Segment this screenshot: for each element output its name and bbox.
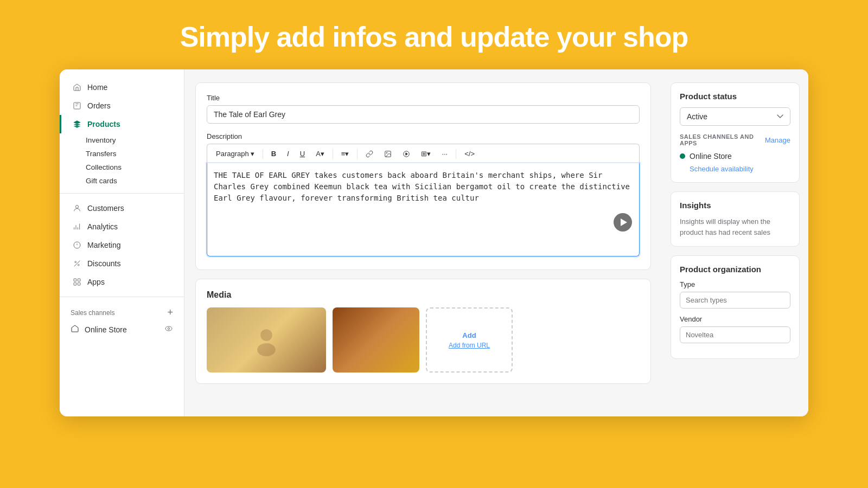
bold-button[interactable]: B: [267, 147, 280, 160]
sidebar-item-marketing[interactable]: Marketing: [60, 236, 184, 254]
sales-channels-section: Sales channels +: [60, 303, 184, 320]
media-image-2: [333, 307, 419, 373]
main-content: Title Description Paragraph ▾ B I U: [184, 69, 662, 416]
description-textarea[interactable]: THE TALE OF EARL GREY takes customers ba…: [207, 163, 640, 256]
description-label: Description: [207, 132, 640, 140]
add-from-url-link[interactable]: Add from URL: [449, 342, 490, 349]
product-status-title: Product status: [680, 92, 790, 101]
sidebar-item-orders-label: Orders: [87, 101, 111, 110]
schedule-availability-link[interactable]: Schedule availability: [690, 165, 754, 173]
sales-channels-header: SALES CHANNELS AND APPS Manage: [680, 133, 790, 146]
toolbar-divider-4: [456, 149, 456, 159]
italic-button[interactable]: I: [283, 147, 293, 160]
sales-channels-label: Sales channels: [71, 309, 114, 317]
sidebar-item-analytics[interactable]: Analytics: [60, 217, 184, 236]
app-window: Home Orders Products Inventory Transfers…: [60, 69, 808, 416]
sidebar-item-products-label: Products: [87, 120, 120, 129]
title-card: Title Description Paragraph ▾ B I U: [195, 82, 651, 270]
products-icon: [72, 119, 82, 129]
video-button[interactable]: [398, 148, 414, 160]
product-org-card: Product organization Type Vendor: [671, 255, 800, 359]
orders-icon: [72, 101, 82, 111]
svg-point-15: [260, 329, 272, 341]
sidebar-sub-transfers[interactable]: Transfers: [60, 147, 184, 160]
vendor-label: Vendor: [680, 315, 790, 323]
toolbar-divider-2: [333, 149, 333, 159]
type-search-input[interactable]: [680, 292, 790, 309]
svg-point-9: [165, 326, 172, 331]
media-item-secondary[interactable]: [333, 307, 419, 373]
sidebar-item-discounts-label: Discounts: [87, 259, 120, 268]
media-item-main[interactable]: [207, 307, 326, 373]
insights-card: Insights Insights will display when the …: [671, 191, 800, 247]
discounts-icon: [72, 259, 82, 268]
sidebar-item-products[interactable]: Products: [60, 115, 184, 133]
channel-active-dot: [680, 153, 685, 159]
sidebar-item-apps-label: Apps: [87, 278, 105, 286]
eye-icon[interactable]: [164, 324, 173, 335]
type-label: Type: [680, 280, 790, 288]
right-panel: Product status Active Draft Archived SAL…: [662, 69, 808, 416]
underline-button[interactable]: U: [296, 147, 309, 160]
sidebar-item-home-label: Home: [87, 83, 107, 92]
align-button[interactable]: ≡▾: [337, 147, 354, 160]
description-toolbar: Paragraph ▾ B I U A▾ ≡▾: [207, 144, 640, 163]
sidebar-divider-2: [60, 297, 184, 297]
sidebar-online-store[interactable]: Online Store: [60, 320, 184, 338]
marketing-icon: [72, 240, 82, 250]
svg-rect-7: [74, 282, 76, 285]
product-status-card: Product status Active Draft Archived SAL…: [671, 82, 800, 183]
sidebar-item-apps[interactable]: Apps: [60, 273, 184, 291]
play-button-overlay[interactable]: [614, 213, 632, 232]
svg-point-3: [75, 261, 76, 263]
text-color-button[interactable]: A▾: [311, 147, 329, 160]
sidebar-item-orders[interactable]: Orders: [60, 97, 184, 115]
svg-point-10: [168, 328, 169, 329]
status-select[interactable]: Active Draft Archived: [680, 107, 790, 126]
add-media-button[interactable]: Add: [462, 331, 476, 339]
link-button[interactable]: [361, 148, 378, 160]
hero-title: Simply add infos and update your shop: [0, 0, 868, 69]
svg-rect-8: [78, 282, 80, 285]
svg-rect-5: [74, 279, 76, 281]
svg-rect-6: [78, 279, 80, 281]
sidebar-item-discounts[interactable]: Discounts: [60, 254, 184, 273]
description-wrapper: Paragraph ▾ B I U A▾ ≡▾: [207, 144, 640, 259]
chevron-down-icon: ▾: [251, 150, 254, 158]
insights-text: Insights will display when the product h…: [680, 216, 790, 237]
image-button[interactable]: [380, 148, 396, 160]
apps-icon: [72, 277, 82, 287]
code-button[interactable]: </>: [460, 147, 479, 160]
toolbar-divider-1: [263, 149, 263, 159]
sidebar-sub-inventory[interactable]: Inventory: [60, 133, 184, 147]
home-icon: [72, 82, 82, 92]
media-title: Media: [207, 290, 640, 300]
more-button[interactable]: ···: [437, 147, 452, 160]
title-label: Title: [207, 94, 640, 102]
sidebar-divider-1: [60, 193, 184, 194]
svg-marker-14: [406, 152, 408, 155]
svg-point-16: [257, 343, 276, 356]
svg-point-4: [78, 264, 79, 266]
online-store-label: Online Store: [85, 325, 127, 334]
media-image-1: [207, 307, 326, 373]
sidebar-item-analytics-label: Analytics: [87, 222, 118, 231]
add-sales-channel-icon[interactable]: +: [167, 307, 173, 318]
toolbar-divider-3: [357, 149, 358, 159]
analytics-icon: [72, 222, 82, 232]
vendor-input[interactable]: [680, 326, 790, 343]
channel-name: Online Store: [690, 152, 732, 160]
insights-title: Insights: [680, 201, 790, 210]
sidebar-item-customers[interactable]: Customers: [60, 199, 184, 217]
svg-point-1: [75, 206, 78, 208]
sidebar-sub-gift-cards[interactable]: Gift cards: [60, 174, 184, 188]
manage-link[interactable]: Manage: [765, 136, 790, 144]
sidebar-item-customers-label: Customers: [87, 204, 124, 213]
title-input[interactable]: [207, 105, 640, 124]
sidebar-item-home[interactable]: Home: [60, 78, 184, 97]
table-button[interactable]: ⊞▾: [417, 147, 435, 160]
sidebar-sub-collections[interactable]: Collections: [60, 160, 184, 174]
media-add-placeholder[interactable]: Add Add from URL: [426, 307, 513, 373]
svg-point-12: [386, 152, 387, 153]
paragraph-dropdown[interactable]: Paragraph ▾: [212, 147, 259, 160]
